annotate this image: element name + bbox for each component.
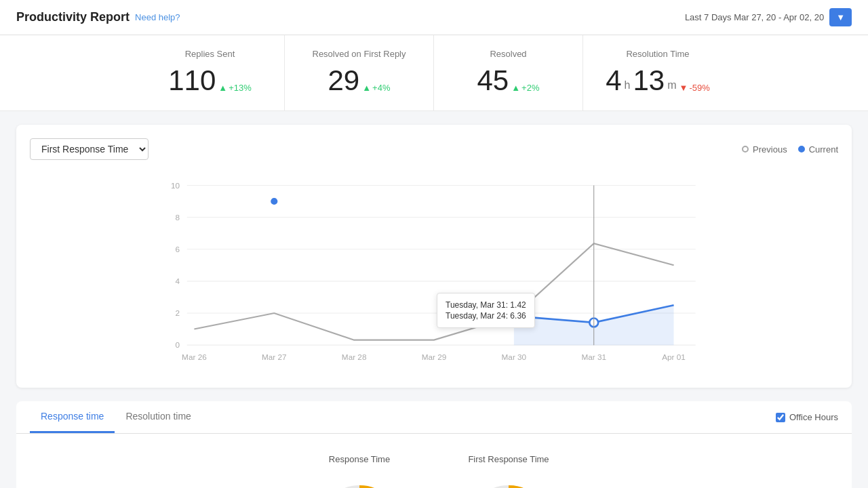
stat-resolved-first: Resolved on First Reply 29 ▲ +4% xyxy=(285,35,434,110)
stat-label-resolved-first: Resolved on First Reply xyxy=(305,49,413,59)
tabs-nav: Response time Resolution time xyxy=(30,401,202,433)
stat-label-resolved: Resolved xyxy=(454,49,562,59)
tab-response-time[interactable]: Response time xyxy=(30,401,115,433)
svg-text:6: 6 xyxy=(175,245,180,253)
chart-header: First Response Time Previous Current xyxy=(30,138,838,160)
svg-text:4: 4 xyxy=(175,277,180,285)
legend-previous: Previous xyxy=(742,144,787,155)
date-range-text: Last 7 Days Mar 27, 20 - Apr 02, 20 xyxy=(685,12,824,22)
svg-text:0: 0 xyxy=(175,340,180,349)
legend-label-current: Current xyxy=(809,144,838,155)
stat-badge-resolved: ▲ +2% xyxy=(511,83,539,93)
svg-text:Mar 30: Mar 30 xyxy=(502,352,527,361)
stat-value-replies: 110 ▲ +13% xyxy=(156,64,264,97)
chart-legend: Previous Current xyxy=(742,144,838,155)
donut-label-first-response: First Response Time xyxy=(454,454,563,464)
chart-container: 0 2 4 6 8 10 Mar 26 Mar 27 Mar 28 Mar 29… xyxy=(30,171,838,374)
donut-label-response: Response Time xyxy=(305,454,414,464)
chart-section: First Response Time Previous Current 0 2 xyxy=(16,125,852,388)
svg-text:Mar 29: Mar 29 xyxy=(422,352,447,361)
stat-replies-sent: Replies Sent 110 ▲ +13% xyxy=(136,35,285,110)
legend-dot-current xyxy=(798,146,805,152)
page-title: Productivity Report xyxy=(16,10,130,24)
stat-value-resolved: 45 ▲ +2% xyxy=(454,64,562,97)
tabs-section: Response time Resolution time Office Hou… xyxy=(16,401,852,488)
legend-current: Current xyxy=(798,144,838,155)
tab-resolution-time[interactable]: Resolution time xyxy=(115,401,202,433)
arrow-up-icon-2: ▲ xyxy=(362,83,371,93)
donut-svg-first-response xyxy=(454,472,563,488)
tabs-header: Response time Resolution time Office Hou… xyxy=(16,401,852,434)
chart-type-select[interactable]: First Response Time xyxy=(30,138,149,160)
office-hours-label: Office Hours xyxy=(789,412,838,422)
svg-text:Mar 28: Mar 28 xyxy=(342,352,367,361)
outlier-dot xyxy=(271,199,277,205)
arrow-up-icon: ▲ xyxy=(218,83,227,93)
stat-label-replies: Replies Sent xyxy=(156,49,264,59)
legend-dot-previous xyxy=(742,146,749,152)
stat-resolution-time: Resolution Time 4 h 13 m ▼ -59% xyxy=(583,35,732,110)
donut-svg-response xyxy=(305,472,414,488)
donuts-row: Response Time First Response Time xyxy=(33,434,835,488)
svg-text:2: 2 xyxy=(175,308,180,317)
stat-resolved: Resolved 45 ▲ +2% xyxy=(434,35,583,110)
legend-label-previous: Previous xyxy=(753,144,787,155)
svg-text:Mar 26: Mar 26 xyxy=(182,352,207,361)
office-hours-checkbox[interactable] xyxy=(776,413,785,422)
svg-text:8: 8 xyxy=(175,213,180,222)
svg-text:Mar 27: Mar 27 xyxy=(262,352,287,361)
stat-badge-resolution: ▼ -59% xyxy=(679,83,710,93)
donut-first-response: First Response Time xyxy=(454,454,563,488)
stat-badge-resolved-first: ▲ +4% xyxy=(362,83,390,93)
hour-unit: h xyxy=(625,79,631,92)
arrow-up-icon-3: ▲ xyxy=(511,83,520,93)
tabs-right: Office Hours xyxy=(776,412,838,422)
stat-label-resolution: Resolution Time xyxy=(604,49,712,59)
min-unit: m xyxy=(667,79,676,92)
chart-svg: 0 2 4 6 8 10 Mar 26 Mar 27 Mar 28 Mar 29… xyxy=(30,171,838,374)
svg-text:10: 10 xyxy=(171,181,180,190)
stat-value-resolved-first: 29 ▲ +4% xyxy=(305,64,413,97)
stats-row: Replies Sent 110 ▲ +13% Resolved on Firs… xyxy=(0,35,868,111)
date-dropdown-button[interactable]: ▼ xyxy=(829,8,852,26)
svg-text:Apr 01: Apr 01 xyxy=(662,352,686,361)
donut-response-time: Response Time xyxy=(305,454,414,488)
svg-text:Mar 31: Mar 31 xyxy=(581,352,606,361)
date-range: Last 7 Days Mar 27, 20 - Apr 02, 20 ▼ xyxy=(685,8,852,26)
stat-badge-replies: ▲ +13% xyxy=(218,83,252,93)
help-link[interactable]: Need help? xyxy=(135,12,180,22)
arrow-down-icon: ▼ xyxy=(679,83,688,93)
stat-value-resolution: 4 h 13 m ▼ -59% xyxy=(604,64,712,97)
header: Productivity Report Need help? Last 7 Da… xyxy=(0,0,868,35)
